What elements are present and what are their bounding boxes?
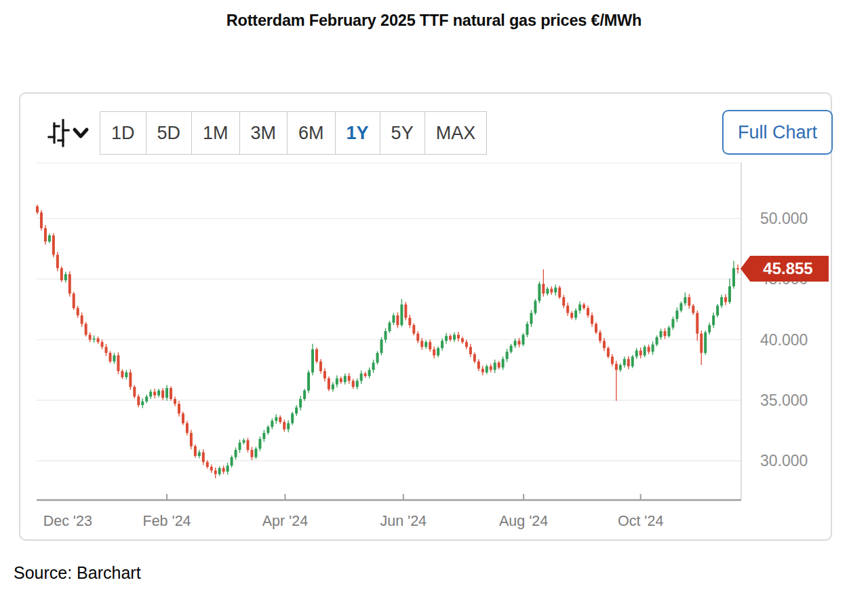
x-axis: [37, 494, 741, 500]
x-axis-label: Feb '24: [119, 513, 214, 530]
y-axis-label: 30.000: [760, 452, 828, 470]
y-axis-label: 35.000: [760, 391, 828, 409]
x-axis-label: Aug '24: [476, 513, 571, 530]
x-axis-label: Apr '24: [237, 513, 332, 530]
price-badge: 45.855: [741, 256, 829, 282]
y-axis-label: 40.000: [760, 331, 828, 349]
source-text: Source: Barchart: [14, 563, 141, 583]
candles: [36, 204, 739, 478]
x-axis-label: Jun '24: [356, 513, 451, 530]
candlestick-plot[interactable]: [0, 0, 868, 593]
gridlines: [37, 163, 741, 461]
x-axis-label: Oct '24: [593, 513, 688, 530]
x-axis-label: Dec '23: [20, 513, 115, 530]
y-axis-label: 50.000: [760, 210, 828, 227]
